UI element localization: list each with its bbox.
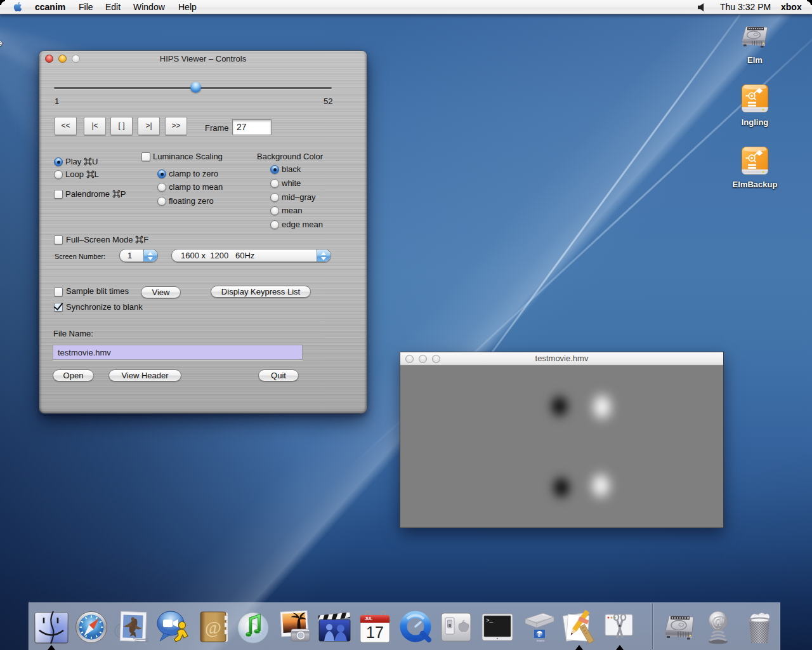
svg-text:>_: >_ <box>486 618 493 624</box>
svg-text:hp: hp <box>537 632 542 637</box>
svg-text:@: @ <box>711 613 724 629</box>
svg-text:17: 17 <box>366 623 384 641</box>
svg-text:@: @ <box>205 618 221 637</box>
svg-text:JUL: JUL <box>365 616 372 621</box>
svg-text:invent: invent <box>537 639 545 642</box>
